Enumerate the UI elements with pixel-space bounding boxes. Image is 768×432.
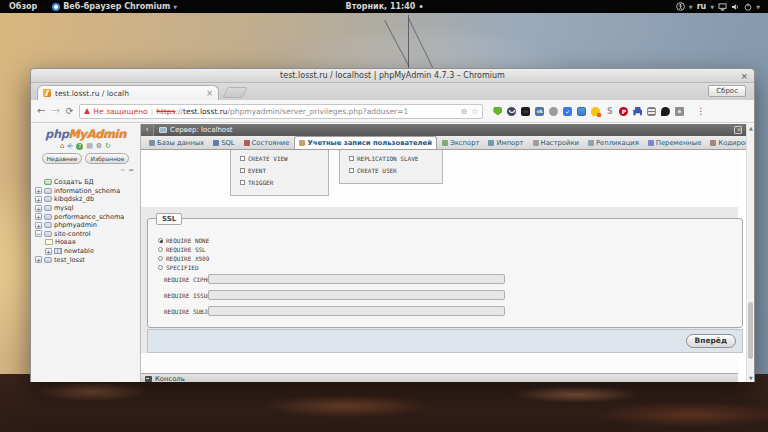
clock[interactable]: Вторник, 11:40 bbox=[346, 2, 423, 11]
tab-close-icon[interactable]: × bbox=[206, 89, 213, 98]
refresh-icon[interactable]: ↻ bbox=[105, 143, 111, 150]
require-ssl-radio[interactable] bbox=[158, 247, 163, 252]
check-square-extension-icon[interactable]: ✓ bbox=[563, 107, 572, 116]
go-button[interactable]: Вперёд bbox=[686, 334, 737, 348]
expand-icon[interactable]: + bbox=[35, 187, 42, 194]
window-titlebar[interactable]: test.losst.ru / localhost | phpMyAdmin 4… bbox=[31, 69, 754, 83]
scrollbar-thumb[interactable] bbox=[748, 302, 753, 359]
adblock-shield-icon[interactable] bbox=[493, 107, 502, 116]
zoom-out-icon[interactable]: ⊝ bbox=[460, 107, 467, 116]
event-checkbox[interactable] bbox=[240, 168, 245, 173]
gear-icon[interactable]: ⚙ bbox=[96, 143, 102, 150]
creature-extension-icon[interactable] bbox=[661, 107, 670, 116]
logout-icon[interactable]: ⎆ bbox=[68, 143, 74, 150]
tab-user-accounts[interactable]: Учетные записи пользователей bbox=[294, 136, 436, 149]
help-icon[interactable]: ? bbox=[76, 143, 83, 150]
back-icon[interactable]: ← bbox=[37, 106, 45, 116]
grid-extension-icon[interactable] bbox=[647, 107, 656, 116]
replication-slave-checkbox[interactable] bbox=[349, 156, 354, 161]
create-user-checkbox[interactable] bbox=[349, 168, 354, 173]
tree-item-table[interactable]: + newtable bbox=[35, 247, 140, 256]
tree-item-new-database[interactable]: Создать БД bbox=[35, 178, 140, 187]
require-issuer-input[interactable] bbox=[208, 290, 505, 300]
privilege-row[interactable]: CREATE USER bbox=[349, 167, 442, 174]
require-subject-input[interactable] bbox=[208, 306, 505, 316]
docs-icon[interactable]: ▤ bbox=[86, 143, 93, 150]
tab-status[interactable]: Состояние bbox=[240, 137, 294, 149]
camera-extension-icon[interactable] bbox=[675, 107, 684, 116]
address-bar[interactable]: Не защищено | https://test.losst.ru/phpm… bbox=[79, 104, 483, 119]
activities-button[interactable]: Обзор bbox=[0, 2, 46, 11]
reload-icon[interactable]: ⟳ bbox=[66, 106, 74, 116]
app-menu[interactable]: Веб-браузер Chromium ▼ bbox=[46, 2, 183, 11]
expand-icon[interactable]: + bbox=[45, 248, 52, 255]
pocket-icon[interactable] bbox=[507, 107, 516, 116]
browser-menu-icon[interactable]: ⋮ bbox=[696, 106, 705, 116]
privilege-row[interactable]: CREATE VIEW bbox=[240, 155, 328, 162]
tree-item-database[interactable]: + test_losst bbox=[35, 255, 140, 264]
browser-tab[interactable]: test.losst.ru / localh × bbox=[37, 85, 219, 100]
favorites-tab[interactable]: Избранное bbox=[85, 153, 129, 164]
tab-charsets[interactable]: Кодировки bbox=[706, 137, 746, 149]
tab-databases[interactable]: Базы данных bbox=[145, 137, 208, 149]
collapse-icon[interactable]: − bbox=[35, 230, 42, 237]
window-close-button[interactable]: × bbox=[740, 70, 748, 82]
tab-settings[interactable]: Настройки bbox=[529, 137, 583, 149]
privilege-row[interactable]: TRIGGER bbox=[240, 179, 328, 186]
require-x509-radio[interactable] bbox=[158, 256, 163, 261]
tree-item-new-table[interactable]: Новая bbox=[35, 238, 140, 247]
tree-item-database[interactable]: + phpmyadmin bbox=[35, 221, 140, 230]
ssl-option-row[interactable]: REQUIRE NONE bbox=[158, 237, 209, 244]
page-scrollbar[interactable]: ▲ ▼ bbox=[746, 124, 754, 382]
privilege-row[interactable]: REPLICATION SLAVE bbox=[349, 155, 442, 162]
server-breadcrumb[interactable]: Сервер: localhost bbox=[170, 126, 233, 134]
filter-icon[interactable]: = bbox=[129, 166, 134, 174]
ssl-option-row[interactable]: REQUIRE SSL bbox=[158, 246, 206, 253]
ssl-option-row[interactable]: SPECIFIED bbox=[158, 264, 199, 271]
create-view-checkbox[interactable] bbox=[240, 156, 245, 161]
expand-icon[interactable]: + bbox=[35, 205, 42, 212]
tab-sql[interactable]: SQL bbox=[209, 137, 238, 149]
expand-icon[interactable]: + bbox=[35, 222, 42, 229]
ssl-option-row[interactable]: REQUIRE X509 bbox=[158, 255, 209, 262]
tree-item-database[interactable]: + performance_schema bbox=[35, 212, 140, 221]
recent-tab[interactable]: Недавнее bbox=[42, 153, 83, 164]
privilege-row[interactable]: EVENT bbox=[240, 167, 328, 174]
require-cipher-input[interactable] bbox=[208, 274, 505, 284]
expand-icon[interactable]: + bbox=[35, 196, 42, 203]
new-tab-button[interactable] bbox=[222, 87, 247, 98]
pixel-robot-extension-icon[interactable] bbox=[633, 107, 642, 116]
tab-export[interactable]: Экспорт bbox=[438, 137, 483, 149]
pinterest-icon[interactable]: P bbox=[619, 107, 628, 116]
lightbulb-extension-icon[interactable] bbox=[591, 107, 600, 116]
reset-button[interactable]: Сброс bbox=[708, 85, 746, 97]
tree-item-database[interactable]: + kibqdskz_db bbox=[35, 195, 140, 204]
home-icon[interactable]: ⌂ bbox=[60, 143, 64, 150]
system-status-area[interactable]: ▼ ru ▼ ▼ bbox=[676, 2, 768, 11]
forward-icon[interactable]: → bbox=[51, 106, 59, 116]
dark-square-extension-icon[interactable] bbox=[521, 107, 530, 116]
tree-item-database[interactable]: + mysql bbox=[35, 204, 140, 213]
console-bar[interactable]: Консоль bbox=[141, 373, 738, 382]
s-letter-extension-icon[interactable]: S bbox=[605, 107, 614, 116]
require-none-radio[interactable] bbox=[158, 238, 163, 243]
tree-item-database[interactable]: + information_schema bbox=[35, 187, 140, 196]
gray-circle-extension-icon[interactable] bbox=[549, 107, 558, 116]
tab-variables[interactable]: Переменные bbox=[644, 137, 706, 149]
tab-import[interactable]: Импорт bbox=[484, 137, 527, 149]
tree-item-database-expanded[interactable]: − site-control bbox=[35, 230, 140, 239]
scroll-down-icon[interactable]: ▼ bbox=[747, 374, 755, 382]
collapse-all-icon[interactable]: − bbox=[120, 166, 125, 174]
expand-nav-icon[interactable] bbox=[734, 126, 742, 134]
scroll-up-icon[interactable]: ▲ bbox=[747, 124, 755, 132]
specified-radio[interactable] bbox=[158, 265, 163, 270]
expand-icon[interactable]: + bbox=[35, 256, 42, 263]
security-label[interactable]: Не защищено bbox=[93, 107, 147, 116]
bookmark-star-icon[interactable]: ☆ bbox=[471, 107, 478, 116]
docs-extension-icon[interactable] bbox=[577, 107, 586, 116]
tab-replication[interactable]: Репликация bbox=[584, 137, 643, 149]
expand-icon[interactable]: + bbox=[35, 213, 42, 220]
vk-icon[interactable]: vk bbox=[535, 107, 544, 116]
trigger-checkbox[interactable] bbox=[240, 180, 245, 185]
back-icon[interactable]: ‹ bbox=[141, 124, 154, 136]
